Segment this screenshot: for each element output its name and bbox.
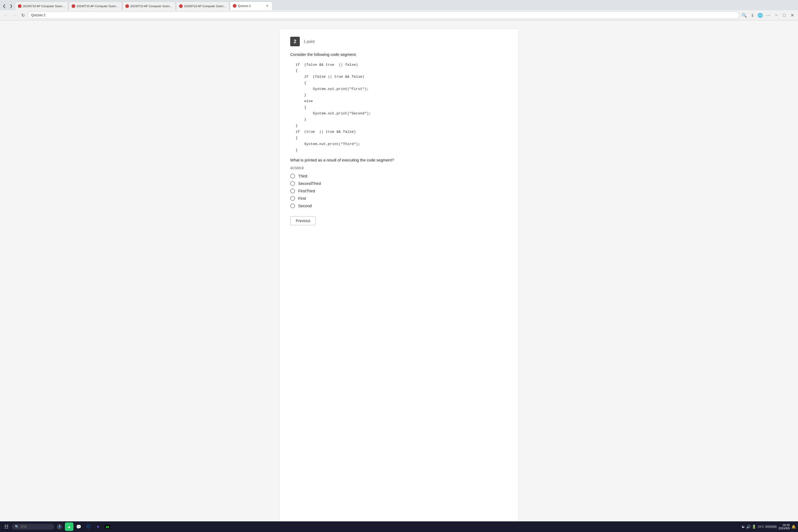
tab-5[interactable]: Quizzes 2 ✕ bbox=[230, 2, 272, 10]
tab-forward-btn[interactable]: ❯ bbox=[8, 3, 14, 9]
taskbar-app-edge[interactable]: Ⓒ bbox=[84, 522, 93, 531]
tab-favicon-3 bbox=[125, 4, 129, 8]
option-radio-4[interactable] bbox=[290, 196, 295, 201]
search-icon: 🔍 bbox=[15, 525, 19, 529]
download-btn[interactable]: ⇓ bbox=[748, 12, 756, 19]
option-label-5: Second bbox=[298, 204, 312, 208]
tab-title-3: 20240710 AP Computer Science bbox=[130, 4, 173, 8]
tab-favicon-5 bbox=[233, 4, 236, 8]
option-item-2[interactable]: SecondThird bbox=[290, 181, 508, 186]
option-item-3[interactable]: FirstThird bbox=[290, 189, 508, 193]
browser-toolbar: ← → ↻ Quizzes 2 🔍 ⇓ 🌐 ⋯ − □ ✕ bbox=[0, 10, 798, 20]
option-radio-2[interactable] bbox=[290, 181, 295, 186]
option-radio-3[interactable] bbox=[290, 189, 295, 193]
nav-back-btn[interactable]: ← bbox=[2, 12, 10, 19]
previous-button[interactable]: Previous bbox=[290, 216, 316, 225]
tab-close-btn[interactable]: ✕ bbox=[265, 4, 269, 8]
taskbar-right-area: ☯ 🔊 🔋 29°C 局部晴朗 18:35 2024/9/9 🔔 bbox=[742, 524, 796, 530]
tab-back-btn[interactable]: ❮ bbox=[1, 3, 7, 9]
option-label-1: Third bbox=[298, 174, 307, 178]
taskbar-app-green-icon: ▲ bbox=[67, 525, 71, 529]
quiz-card: 2 1 point Consider the following code se… bbox=[279, 28, 519, 523]
option-radio-1[interactable] bbox=[290, 174, 295, 178]
search-btn[interactable]: 🔍 bbox=[741, 12, 748, 19]
taskbar: ☷ 🔍 ▲ 💬 Ⓒ ✦ ▮▮ ☯ 🔊 🔋 2 bbox=[0, 521, 798, 531]
tab-4[interactable]: 20240710 AP Computer Science bbox=[176, 2, 229, 10]
edge-icon: Ⓒ bbox=[86, 524, 91, 530]
reload-btn[interactable]: ↻ bbox=[19, 12, 26, 19]
clock: 18:35 2024/9/9 bbox=[778, 524, 790, 530]
address-text: Quizzes 2 bbox=[31, 13, 45, 17]
tab-3[interactable]: 20240710 AP Computer Science bbox=[122, 2, 175, 10]
tab-favicon-1 bbox=[18, 4, 22, 8]
sound-icon[interactable]: 🔊 bbox=[746, 525, 750, 529]
search-input[interactable] bbox=[20, 525, 51, 529]
terminal-icon: ▮▮ bbox=[105, 525, 110, 529]
question-tag: 4CSM19 bbox=[290, 166, 508, 170]
question-header: 2 1 point bbox=[290, 37, 508, 46]
taskbar-temp: 29°C 局部晴朗 bbox=[758, 525, 777, 529]
taskbar-app-chrome[interactable] bbox=[55, 522, 64, 531]
restore-btn[interactable]: □ bbox=[780, 12, 788, 19]
nav-forward-btn[interactable]: → bbox=[11, 12, 18, 19]
clock-date: 2024/9/9 bbox=[778, 527, 790, 530]
network-icon[interactable]: ☯ bbox=[742, 525, 745, 529]
taskbar-system-icons: ☯ 🔊 🔋 bbox=[742, 525, 756, 529]
page-content: 2 1 point Consider the following code se… bbox=[0, 20, 798, 531]
tab-bar: ❮ ❯ 20240710 AP Computer Science 2024071… bbox=[0, 0, 798, 10]
more-btn[interactable]: ⋯ bbox=[764, 12, 772, 19]
taskbar-app-chat[interactable]: 💬 bbox=[75, 522, 83, 531]
tab-title-4: 20240710 AP Computer Science bbox=[184, 4, 226, 8]
toolbar-right: 🔍 ⇓ 🌐 ⋯ − □ ✕ bbox=[741, 12, 796, 19]
question-points: 1 point bbox=[304, 39, 315, 44]
tab-favicon-2 bbox=[72, 4, 75, 8]
minimize-btn[interactable]: − bbox=[773, 12, 780, 19]
question-text: Consider the following code segment. bbox=[290, 52, 508, 58]
browser-chrome: ❮ ❯ 20240710 AP Computer Science 2024071… bbox=[0, 0, 798, 20]
battery-icon[interactable]: 🔋 bbox=[752, 525, 756, 529]
options-list: Third SecondThird FirstThird First Secon… bbox=[290, 174, 508, 208]
close-btn[interactable]: ✕ bbox=[788, 12, 796, 19]
notification-icon[interactable]: 🔔 bbox=[791, 525, 796, 529]
tab-1[interactable]: 20240710 AP Computer Science bbox=[15, 2, 68, 10]
option-item-5[interactable]: Second bbox=[290, 204, 508, 208]
question-number: 2 bbox=[290, 37, 300, 46]
taskbar-app-terminal[interactable]: ▮▮ bbox=[103, 522, 112, 531]
start-button[interactable]: ☷ bbox=[2, 522, 11, 531]
option-label-3: FirstThird bbox=[298, 189, 315, 193]
tab-title-1: 20240710 AP Computer Science bbox=[23, 4, 65, 8]
tab-title-5: Quizzes 2 bbox=[238, 4, 264, 7]
option-radio-5[interactable] bbox=[290, 204, 295, 208]
copilot-icon: ✦ bbox=[96, 524, 100, 529]
globe-btn[interactable]: 🌐 bbox=[757, 12, 764, 19]
code-block: if (false && true || false) { if (false … bbox=[296, 62, 508, 153]
option-label-4: First bbox=[298, 196, 306, 201]
chat-icon: 💬 bbox=[76, 524, 81, 529]
clock-time: 18:35 bbox=[782, 524, 790, 527]
taskbar-app-copilot[interactable]: ✦ bbox=[94, 522, 102, 531]
option-label-2: SecondThird bbox=[298, 181, 321, 186]
question-prompt: What is printed as a result of executing… bbox=[290, 158, 508, 162]
option-item-1[interactable]: Third bbox=[290, 174, 508, 178]
tab-title-2: 20240710 AP Computer Science bbox=[77, 4, 119, 8]
option-item-4[interactable]: First bbox=[290, 196, 508, 201]
chrome-icon bbox=[57, 524, 62, 529]
tab-favicon-4 bbox=[179, 4, 183, 8]
address-bar[interactable]: Quizzes 2 bbox=[28, 12, 740, 19]
taskbar-search-box[interactable]: 🔍 bbox=[12, 524, 54, 530]
tab-2[interactable]: 20240710 AP Computer Science bbox=[69, 2, 122, 10]
taskbar-app-green[interactable]: ▲ bbox=[65, 522, 73, 531]
